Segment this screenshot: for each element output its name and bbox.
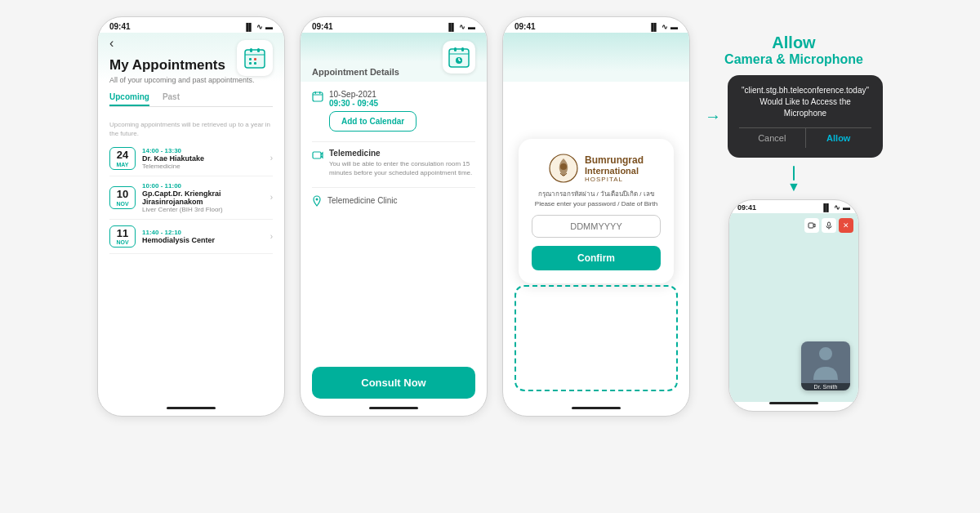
cancel-button[interactable]: Cancel xyxy=(739,128,806,148)
appt-doctor-3: Hemodialysis Center xyxy=(142,236,264,244)
appt-time-2: 10:00 - 11:00 xyxy=(142,182,264,190)
phone-screen2: 09:41 ▐▌ ∿ ▬ Appointment Details xyxy=(300,16,488,417)
time-4: 09:41 xyxy=(737,203,756,212)
svg-rect-9 xyxy=(454,47,457,51)
mic-control-btn[interactable] xyxy=(822,218,836,233)
appt-day-3: 11 xyxy=(113,228,132,239)
tab-past[interactable]: Past xyxy=(163,92,180,106)
wifi-icon-3: ∿ xyxy=(662,23,668,31)
table-row[interactable]: 24 MAY 14:00 - 13:30 Dr. Kae Hiakutake T… xyxy=(109,141,273,176)
chevron-right-icon-3: › xyxy=(270,232,273,241)
status-icons-2: ▐▌ ∿ ▬ xyxy=(446,23,475,31)
calendar-icon-header-2 xyxy=(443,41,475,74)
home-indicator-2 xyxy=(369,407,418,409)
appt-month-3: NOV xyxy=(113,239,132,245)
upcoming-note: Upcoming appointments will be retrieved … xyxy=(98,115,284,141)
hospital-logo: Bumrungrad International HOSPITAL xyxy=(532,154,661,183)
hospital-desc: กรุณากรอกรหัสผ่าน / วันเดือนปีเกิด / เลข… xyxy=(532,190,661,207)
page-wrapper: 09:41 ▐▌ ∿ ▬ ‹ My Ap xyxy=(0,0,980,513)
video-participant-name: Dr. Smith xyxy=(801,383,850,390)
home-indicator-3 xyxy=(572,407,621,409)
time-3: 09:41 xyxy=(514,22,536,31)
appt-doctor-2: Gp.Capt.Dr. Kriengkrai Jirasinrojanakom xyxy=(142,190,264,206)
allow-button[interactable]: Allow xyxy=(806,128,872,148)
wifi-icon-4: ∿ xyxy=(834,203,840,212)
right-section: Allow Camera & Microphone → "client.stg.… xyxy=(705,16,883,412)
signal-icon-3: ▐▌ xyxy=(648,23,659,31)
appointment-list: 24 MAY 14:00 - 13:30 Dr. Kae Hiakutake T… xyxy=(98,141,284,254)
telemedicine-desc: You will be able to enter the consulatio… xyxy=(329,159,475,177)
appt-place-2: Liver Center (BIH 3rd Floor) xyxy=(142,206,264,213)
tab-upcoming[interactable]: Upcoming xyxy=(109,92,149,106)
battery-icon-2: ▬ xyxy=(468,23,475,31)
svg-rect-1 xyxy=(250,48,252,52)
time-1: 09:41 xyxy=(109,22,131,31)
telemedicine-row: Telemedicine You will be able to enter t… xyxy=(312,149,475,177)
appt-date-box-1: 24 MAY xyxy=(109,147,136,169)
telemedicine-icon xyxy=(312,149,323,164)
appt-time-detail: 09:30 - 09:45 xyxy=(329,99,416,108)
appt-place-1: Telemedicine xyxy=(142,163,264,170)
appt-date-detail: 10-Sep-2021 xyxy=(329,90,416,99)
appt-date-box-3: 11 NOV xyxy=(109,225,136,248)
dob-input[interactable] xyxy=(532,215,661,238)
tabs-row: Upcoming Past xyxy=(109,92,273,107)
arrow-right-icon: → xyxy=(705,107,721,126)
divider-1 xyxy=(312,141,475,142)
svg-rect-18 xyxy=(319,91,321,94)
home-indicator-4 xyxy=(769,402,818,404)
status-bar-4: 09:41 ▐▌ ∿ ▬ xyxy=(729,200,858,213)
location-icon xyxy=(312,195,322,210)
signal-icon-4: ▐▌ xyxy=(821,203,831,212)
hospital-name-1: Bumrungrad xyxy=(585,154,644,166)
add-to-calendar-button[interactable]: Add to Calendar xyxy=(329,111,416,132)
screen2-body: 10-Sep-2021 09:30 - 09:45 Add to Calenda… xyxy=(301,82,487,228)
appt-info-1: 14:00 - 13:30 Dr. Kae Hiakutake Telemedi… xyxy=(142,147,264,170)
appt-time-1: 14:00 - 13:30 xyxy=(142,147,264,154)
allow-subtitle: Camera & Microphone xyxy=(724,52,863,67)
confirm-button[interactable]: Confirm xyxy=(532,246,661,270)
phone-screen1: 09:41 ▐▌ ∿ ▬ ‹ My Ap xyxy=(97,16,285,417)
video-thumbnail: Dr. Smith xyxy=(801,341,850,390)
permission-text: "client.stg.bh.teleconference.today" Wou… xyxy=(739,85,871,119)
phone-screen3: 09:41 ▐▌ ∿ ▬ Bumrungrad xyxy=(502,16,690,417)
hospital-name-2: International xyxy=(585,166,644,176)
end-call-btn[interactable]: ✕ xyxy=(839,218,853,233)
signal-icon: ▐▌ xyxy=(243,23,254,31)
svg-rect-5 xyxy=(254,58,256,60)
wifi-icon-2: ∿ xyxy=(459,23,466,31)
top-teal-3 xyxy=(503,33,689,82)
screen4-body: Dr. Smith xyxy=(729,213,858,402)
screen1-subtitle: All of your upcoming and past appointmen… xyxy=(109,75,273,86)
consult-now-button[interactable]: Consult Now xyxy=(312,367,475,399)
svg-rect-24 xyxy=(808,223,813,228)
svg-rect-15 xyxy=(313,92,323,101)
chevron-right-icon-2: › xyxy=(270,193,273,202)
calendar-icon-small xyxy=(312,91,323,105)
hospital-name-block: Bumrungrad International HOSPITAL xyxy=(585,154,644,183)
time-2: 09:41 xyxy=(312,22,333,31)
status-bar-3: 09:41 ▐▌ ∿ ▬ xyxy=(503,17,689,33)
status-icons-1: ▐▌ ∿ ▬ xyxy=(243,23,273,31)
svg-point-20 xyxy=(316,199,318,201)
wifi-icon: ∿ xyxy=(256,23,263,31)
svg-rect-6 xyxy=(249,62,252,65)
chevron-right-icon-1: › xyxy=(270,154,273,163)
permission-dialog: "client.stg.bh.teleconference.today" Wou… xyxy=(728,75,883,158)
status-bar-1: 09:41 ▐▌ ∿ ▬ xyxy=(98,17,284,33)
clinic-label: Telemedicine Clinic xyxy=(327,196,398,205)
screen3-body: Bumrungrad International HOSPITAL กรุณาก… xyxy=(503,82,689,324)
clinic-row: Telemedicine Clinic xyxy=(312,194,475,210)
svg-rect-2 xyxy=(257,48,260,52)
appt-details-title: Appointment Details xyxy=(312,67,399,77)
hospital-card: Bumrungrad International HOSPITAL กรุณาก… xyxy=(519,139,674,283)
appt-month-2: NOV xyxy=(113,201,132,207)
table-row[interactable]: 10 NOV 10:00 - 11:00 Gp.Capt.Dr. Kriengk… xyxy=(109,176,273,220)
camera-control-btn[interactable] xyxy=(804,218,819,233)
allow-title: Allow xyxy=(724,33,863,52)
svg-rect-7 xyxy=(254,62,256,65)
divider-2 xyxy=(312,187,475,188)
table-row[interactable]: 11 NOV 11:40 - 12:10 Hemodialysis Center… xyxy=(109,220,273,254)
svg-rect-10 xyxy=(461,47,464,51)
svg-point-23 xyxy=(819,347,832,360)
